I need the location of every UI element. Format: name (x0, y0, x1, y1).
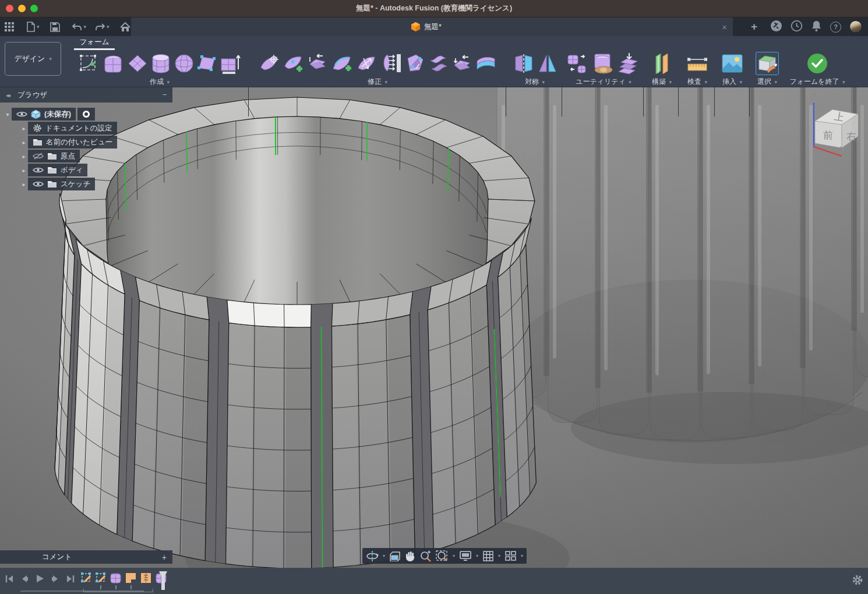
chevron-right-icon[interactable]: ▸ (20, 139, 28, 146)
finish-form-button[interactable] (807, 54, 827, 73)
display-caret-icon[interactable]: ▾ (476, 553, 478, 558)
view-cube[interactable]: 前 右 上 Z X (806, 93, 867, 158)
panel-label-finish-form[interactable]: フォームを終了 (790, 77, 839, 86)
panel-collapse-icon[interactable]: ◂◂ (6, 92, 9, 98)
subdivide-button[interactable] (355, 52, 377, 75)
select-tool-active-highlight[interactable] (756, 52, 779, 75)
traffic-zoom-button[interactable] (30, 5, 38, 12)
go-to-end-button[interactable] (66, 574, 75, 584)
avatar[interactable] (849, 20, 862, 33)
create-extrude-button[interactable] (219, 52, 241, 75)
step-back-button[interactable] (20, 574, 29, 584)
go-to-start-button[interactable] (5, 574, 14, 584)
orbit-tool[interactable] (366, 550, 379, 562)
tree-row-sketches[interactable]: ▸ スケッチ (20, 177, 172, 191)
edit-form-button[interactable] (259, 52, 281, 75)
zoom-tool[interactable] (419, 550, 432, 562)
mirror-symmetry-button[interactable] (512, 52, 535, 75)
fit-tool[interactable] (436, 550, 449, 562)
add-comment-button[interactable]: + (162, 553, 167, 562)
timeline-sketch-feature[interactable] (80, 571, 92, 584)
tree-item-label[interactable]: スケッチ (61, 179, 90, 189)
construct-plane-button[interactable] (651, 52, 672, 75)
flatten-button[interactable] (379, 52, 403, 75)
traffic-close-button[interactable] (6, 5, 13, 12)
browser-minimize-icon[interactable]: − (163, 91, 167, 99)
panel-label-insert[interactable]: 挿入 (722, 77, 736, 86)
convert-button[interactable] (566, 52, 590, 75)
ribbon-tab-form[interactable]: フォーム (74, 37, 115, 47)
tree-row-document-settings[interactable]: ▸ ドキュメントの設定 (20, 121, 172, 135)
viewports-caret-icon[interactable]: ▾ (521, 553, 523, 558)
grid-caret-icon[interactable]: ▾ (498, 553, 500, 558)
tree-item-label[interactable]: ボディ (61, 165, 83, 175)
chevron-right-icon[interactable]: ▸ (20, 153, 28, 160)
tree-row-named-views[interactable]: ▸ 名前の付いたビュー (20, 135, 172, 149)
create-sphere-button[interactable] (174, 53, 195, 74)
measure-button[interactable] (686, 53, 709, 74)
create-plane-button[interactable] (127, 53, 148, 74)
panel-label-symmetry[interactable]: 対称 (525, 77, 539, 86)
crease-button[interactable] (451, 52, 473, 75)
traffic-minimize-button[interactable] (18, 5, 26, 12)
undo-button[interactable]: ▾ (70, 19, 89, 34)
chevron-right-icon[interactable]: ▸ (20, 181, 28, 188)
merge-edge-button[interactable] (404, 52, 426, 75)
step-forward-button[interactable] (51, 574, 60, 584)
comments-panel[interactable]: コメント + (0, 550, 172, 564)
timeline-scrollbar[interactable] (20, 591, 144, 592)
repair-body-button[interactable] (591, 52, 616, 75)
help-button[interactable]: ? (830, 22, 841, 33)
app-grid-icon[interactable] (2, 19, 16, 34)
new-tab-button[interactable]: + (751, 20, 757, 33)
home-button[interactable] (118, 19, 132, 34)
chevron-down-icon[interactable]: ▾ (3, 111, 12, 118)
job-status-button[interactable] (791, 20, 803, 34)
chevron-right-icon[interactable]: ▸ (20, 167, 28, 174)
viewports-tool[interactable] (504, 550, 517, 561)
pan-tool[interactable] (405, 550, 415, 562)
bevel-edge-button[interactable] (306, 52, 329, 75)
undo-caret-icon[interactable]: ▾ (84, 24, 87, 30)
tree-item-label[interactable]: 名前の付いたビュー (46, 137, 112, 147)
viewcube-top-face[interactable]: 上 (833, 111, 845, 123)
viewcube-front-face[interactable]: 前 (823, 130, 833, 141)
grid-settings-tool[interactable] (482, 550, 494, 562)
timeline-form-feature[interactable] (110, 571, 122, 584)
eye-slash-icon[interactable] (33, 152, 44, 160)
insert-edge-button[interactable] (330, 52, 354, 75)
circular-symmetry-button[interactable] (537, 52, 558, 75)
tree-row-bodies[interactable]: ▸ ボディ (20, 163, 172, 177)
tab-close-icon[interactable]: × (722, 22, 727, 32)
create-sketch-button[interactable] (78, 52, 100, 75)
eye-icon[interactable] (33, 181, 44, 188)
insert-canvas-button[interactable] (721, 54, 743, 73)
tree-row-root[interactable]: ▾ (未保存) (3, 107, 172, 121)
viewcube-right-face[interactable]: 右 (846, 131, 856, 142)
panel-label-select[interactable]: 選択 (757, 77, 771, 86)
panel-label-utilities[interactable]: ユーティリティ (576, 77, 626, 86)
select-button[interactable] (757, 53, 778, 74)
panel-label-inspect[interactable]: 検査 (687, 77, 701, 86)
timeline-sketch-feature[interactable] (95, 571, 107, 584)
panel-label-modify[interactable]: 修正 (368, 77, 382, 86)
root-document-label[interactable]: (未保存) (44, 109, 71, 119)
create-face-button[interactable] (196, 53, 217, 74)
tree-item-label[interactable]: ドキュメントの設定 (45, 123, 112, 133)
timeline-stitch-feature[interactable] (140, 571, 152, 584)
browser-header[interactable]: ◂◂ ブラウザ − (0, 87, 172, 102)
look-at-tool[interactable] (389, 551, 401, 561)
insert-point-button[interactable] (283, 52, 305, 75)
display-settings-tool[interactable] (459, 550, 472, 561)
fit-caret-icon[interactable]: ▾ (453, 553, 455, 558)
eye-icon[interactable] (33, 167, 44, 174)
notifications-bell-icon[interactable] (811, 20, 822, 34)
bridge-button[interactable] (428, 52, 449, 75)
panel-label-create[interactable]: 作成 (150, 77, 164, 86)
file-menu-button[interactable]: ▾ (24, 19, 41, 34)
workspace-selector-button[interactable]: デザイン ▾ (5, 42, 61, 76)
redo-button[interactable]: ▾ (93, 19, 111, 34)
document-tab[interactable]: 無題* × (131, 17, 733, 36)
display-mode-button[interactable] (618, 52, 641, 75)
create-cylinder-button[interactable] (150, 52, 172, 75)
